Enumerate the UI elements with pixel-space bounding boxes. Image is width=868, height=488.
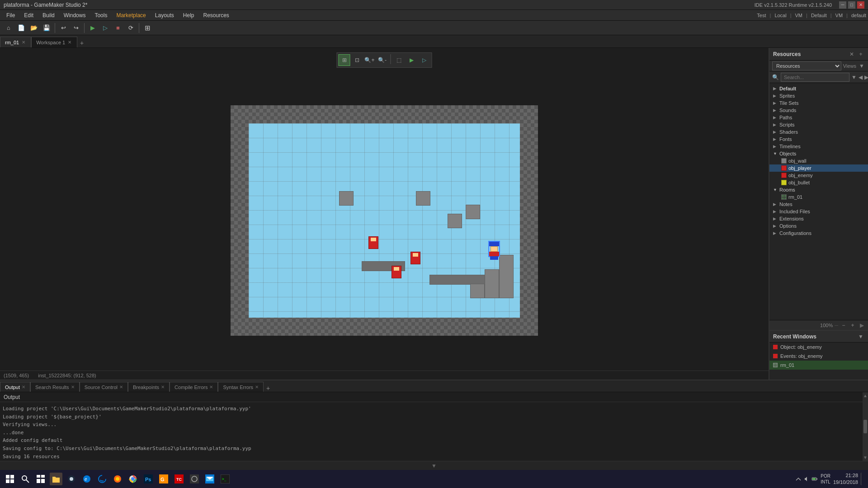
menu-edit[interactable]: Edit [19, 11, 38, 19]
close-button[interactable]: ✕ [857, 1, 864, 9]
resource-filter-select[interactable]: Resources [772, 61, 841, 70]
room-tool-zoom-in[interactable]: 🔍+ [364, 54, 376, 66]
zoom-minus-btn[interactable]: − [840, 322, 847, 329]
zoom-plus-btn[interactable]: + [849, 322, 856, 329]
tree-group-shaders[interactable]: ▶ Shaders [769, 128, 868, 136]
tree-group-tilesets[interactable]: ▶ Tile Sets [769, 99, 868, 107]
resources-close-btn[interactable]: ✕ [848, 51, 855, 58]
tree-group-objects[interactable]: ▼ Objects [769, 150, 868, 157]
recent-item-events-enemy[interactable]: Events: obj_enemy [769, 352, 868, 361]
recent-windows-chevron[interactable]: ▼ [857, 333, 864, 340]
resource-filter-chevron[interactable]: ▼ [858, 62, 865, 70]
room-tool-zoom-out[interactable]: 🔍- [377, 54, 388, 66]
toolbar-clean[interactable]: ⟳ [125, 22, 137, 34]
menu-tools[interactable]: Tools [90, 11, 112, 19]
room-tool-play[interactable]: ▶ [406, 54, 418, 66]
gamemaker-btn[interactable]: G [157, 473, 170, 485]
task-view-btn[interactable] [34, 473, 47, 485]
config-local[interactable]: Local [774, 13, 786, 18]
tree-group-fonts[interactable]: ▶ Fonts [769, 136, 868, 143]
tree-group-rooms[interactable]: ▼ Rooms [769, 186, 868, 193]
tree-group-options[interactable]: ▶ Options [769, 222, 868, 230]
edge-btn[interactable] [96, 473, 108, 485]
totalcmd-btn[interactable]: TC [173, 473, 185, 485]
scroll-down-btn[interactable]: ▼ [863, 455, 868, 460]
tree-group-notes[interactable]: ▶ Notes [769, 201, 868, 208]
tree-item-rm01[interactable]: rm_01 [769, 193, 868, 201]
tree-group-sprites[interactable]: ▶ Sprites [769, 92, 868, 99]
room-canvas[interactable] [249, 123, 520, 318]
tab-workspace1[interactable]: Workspace 1 ✕ [31, 37, 77, 47]
tab-add-button[interactable]: + [77, 38, 86, 47]
tree-group-scripts[interactable]: ▶ Scripts [769, 121, 868, 128]
toolbar-redo[interactable]: ↪ [70, 22, 82, 34]
room-tool-play2[interactable]: ▷ [419, 54, 430, 66]
mail-btn[interactable] [203, 473, 216, 485]
menu-windows[interactable]: Windows [59, 11, 90, 19]
recent-item-rm01[interactable]: rm_01 [769, 361, 868, 370]
tree-group-paths[interactable]: ▶ Paths [769, 114, 868, 121]
bottom-tab-output[interactable]: Output ✕ [0, 382, 30, 392]
scroll-up-btn[interactable]: ▲ [863, 393, 868, 398]
tree-item-obj-player[interactable]: obj_player [769, 164, 868, 172]
bottom-tab-source-close[interactable]: ✕ [119, 385, 123, 389]
toolbar-debug[interactable]: ▷ [99, 22, 111, 34]
bottom-tab-compile-close[interactable]: ✕ [209, 385, 213, 389]
tree-item-obj-enemy[interactable]: obj_enemy [769, 172, 868, 179]
bottom-tab-source[interactable]: Source Control ✕ [80, 382, 128, 392]
config-vm2[interactable]: VM [835, 13, 843, 18]
ie-btn[interactable]: e [80, 473, 93, 485]
steam-btn[interactable] [65, 473, 78, 485]
menu-layouts[interactable]: Layouts [151, 11, 179, 19]
tree-group-sounds[interactable]: ▶ Sounds [769, 107, 868, 114]
toolbar-run[interactable]: ▶ [87, 22, 99, 34]
tree-item-obj-bullet[interactable]: obj_bullet [769, 179, 868, 186]
bottom-tab-bp-close[interactable]: ✕ [161, 385, 165, 389]
tab-rm01-close[interactable]: ✕ [21, 40, 26, 45]
menu-build[interactable]: Build [38, 11, 59, 19]
toolbar-stop[interactable]: ■ [112, 22, 124, 34]
toolbar-home[interactable]: ⌂ [3, 22, 14, 34]
room-tool-grid[interactable]: ⊞ [339, 54, 350, 66]
room-tool-frame[interactable]: ⬚ [393, 54, 405, 66]
tree-group-configurations[interactable]: ▶ Configurations [769, 230, 868, 237]
file-explorer-btn[interactable] [50, 473, 62, 485]
bottom-tab-add-btn[interactable]: + [264, 385, 273, 392]
menu-marketplace[interactable]: Marketplace [112, 11, 150, 19]
config-default[interactable]: Default [811, 13, 827, 18]
tree-default[interactable]: ▶ Default [769, 85, 868, 92]
firefox-btn[interactable] [111, 473, 124, 485]
config-default2[interactable]: default [851, 13, 866, 18]
menu-help[interactable]: Help [179, 11, 199, 19]
bottom-tab-search[interactable]: Search Results ✕ [30, 382, 80, 392]
search-dropdown-btn[interactable]: ▼ [851, 73, 857, 81]
tab-rm01[interactable]: rm_01 ✕ [0, 37, 31, 47]
minimize-button[interactable]: ─ [839, 1, 846, 9]
toolbar-open[interactable]: 📂 [28, 22, 40, 34]
config-test[interactable]: Test [757, 13, 766, 18]
toolbar-new[interactable]: 📄 [15, 22, 27, 34]
terminal-btn[interactable]: >_ [219, 473, 231, 485]
bottom-tab-search-close[interactable]: ✕ [71, 385, 75, 389]
search-taskbar-btn[interactable] [19, 473, 32, 485]
toolbar-grid[interactable]: ⊞ [142, 22, 153, 34]
room-tool-zoom-fit[interactable]: ⊡ [351, 54, 363, 66]
menu-file[interactable]: File [2, 11, 19, 19]
toolbar-save[interactable]: 💾 [41, 22, 52, 34]
paint-btn[interactable] [188, 473, 201, 485]
photoshop-btn[interactable]: Ps [142, 473, 155, 485]
menu-resources[interactable]: Resources [199, 11, 234, 19]
tab-workspace1-close[interactable]: ✕ [67, 40, 72, 45]
bottom-tab-output-close[interactable]: ✕ [22, 385, 25, 389]
tree-item-obj-wall[interactable]: obj_wall [769, 157, 868, 164]
bottom-tab-compile[interactable]: Compile Errors ✕ [170, 382, 218, 392]
search-prev-btn[interactable]: ◀ [859, 73, 863, 81]
maximize-button[interactable]: □ [848, 1, 855, 9]
show-desktop-btn[interactable] [861, 473, 864, 485]
recent-item-obj-enemy[interactable]: Object: obj_enemy [769, 343, 868, 352]
chrome-btn[interactable] [127, 473, 139, 485]
bottom-tab-breakpoints[interactable]: Breakpoints ✕ [128, 382, 170, 392]
config-vm[interactable]: VM [795, 13, 803, 18]
toolbar-undo[interactable]: ↩ [57, 22, 69, 34]
search-next-btn[interactable]: ▶ [864, 73, 868, 81]
